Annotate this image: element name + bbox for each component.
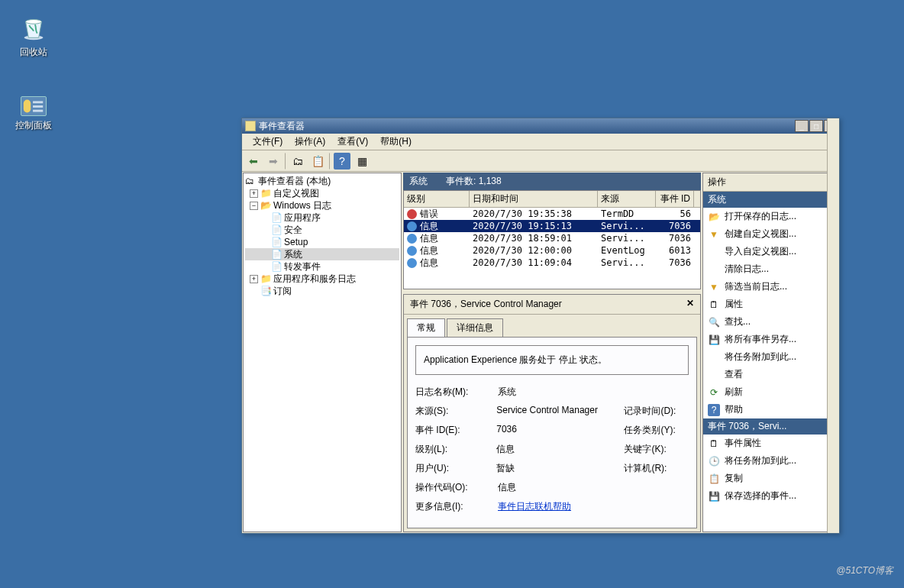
action-pane-button[interactable]: ▦ [354, 153, 370, 170]
navigation-tree[interactable]: 🗂事件查看器 (本地) +📁自定义视图 −📂Windows 日志 📄应用程序 📄… [243, 173, 402, 532]
action-help[interactable]: ?帮助▸ [703, 401, 838, 418]
level-icon [407, 234, 417, 244]
maximize-button[interactable]: □ [809, 120, 823, 132]
control-panel[interactable]: 控制面板 [8, 96, 60, 132]
col-level[interactable]: 级别 [404, 191, 470, 207]
list-columns[interactable]: 级别 日期和时间 来源 事件 ID [404, 191, 700, 208]
event-message: Application Experience 服务处于 停止 状态。 [415, 345, 689, 375]
detail-close-button[interactable]: ✕ [686, 298, 694, 311]
svg-rect-5 [33, 110, 43, 112]
refresh-icon: ⟳ [708, 386, 720, 399]
tab-panel-general: Application Experience 服务处于 停止 状态。 日志名称(… [407, 337, 697, 528]
tab-details[interactable]: 详细信息 [447, 318, 503, 338]
svg-rect-2 [24, 100, 31, 113]
actions-header: 操作 [703, 173, 838, 192]
action-copy[interactable]: 📋复制▸ [703, 470, 838, 487]
collapse-icon[interactable]: − [250, 202, 258, 210]
menubar: 文件(F) 操作(A) 查看(V) 帮助(H) [242, 134, 839, 150]
action-clear-log[interactable]: 清除日志... [703, 260, 838, 278]
menu-action[interactable]: 操作(A) [289, 134, 331, 150]
action-view[interactable]: 查看▸ [703, 366, 838, 383]
action-create-custom-view[interactable]: ▼创建自定义视图... [703, 225, 838, 243]
action-properties[interactable]: 🗒属性 [703, 296, 838, 313]
menu-help[interactable]: 帮助(H) [374, 134, 418, 150]
event-viewer-window: 事件查看器 _ □ ✕ 文件(F) 操作(A) 查看(V) 帮助(H) ⬅ ➡ … [241, 118, 840, 534]
list-title: 系统 [409, 175, 428, 188]
level-icon [407, 246, 417, 256]
properties-button[interactable]: 📋 [309, 153, 326, 170]
more-info-link[interactable]: 事件日志联机帮助 [498, 500, 571, 513]
eventviewer-icon: 🗂 [245, 176, 256, 186]
actions-section-system: 系统 [703, 192, 838, 208]
action-event-properties[interactable]: 🗒事件属性 [703, 435, 838, 452]
tree-application[interactable]: 📄应用程序 [245, 212, 399, 224]
import-icon [708, 246, 720, 258]
help-button[interactable]: ? [334, 153, 350, 170]
tree-custom-views[interactable]: +📁自定义视图 [245, 187, 399, 199]
expand-icon[interactable]: + [250, 189, 258, 198]
minimize-button[interactable]: _ [795, 120, 809, 132]
event-list[interactable]: 级别 日期和时间 来源 事件 ID 错误2020/7/30 19:35:38Te… [403, 190, 701, 289]
log-icon: 📄 [271, 249, 282, 260]
expand-icon[interactable]: + [250, 275, 258, 283]
app-icon [245, 121, 256, 131]
properties-icon: 🗒 [708, 299, 720, 311]
level-icon [407, 221, 417, 231]
folder-icon: 📂 [260, 200, 271, 211]
event-detail-pane: 事件 7036，Service Control Manager ✕ 常规 详细信… [403, 294, 701, 532]
col-datetime[interactable]: 日期和时间 [470, 191, 598, 207]
action-attach-task[interactable]: 将任务附加到此... [703, 348, 838, 366]
recycle-icon [18, 12, 49, 43]
save-icon: 💾 [708, 490, 720, 502]
action-find[interactable]: 🔍查找... [703, 313, 838, 331]
tab-general[interactable]: 常规 [407, 318, 445, 338]
help-icon: ? [708, 404, 720, 416]
watermark: @51CTO博客 [836, 564, 893, 577]
tree-setup[interactable]: 📄Setup [245, 236, 399, 248]
action-filter-current[interactable]: ▼筛选当前日志... [703, 278, 838, 296]
separator [285, 153, 286, 170]
menu-view[interactable]: 查看(V) [331, 134, 374, 150]
tree-forwarded[interactable]: 📄转发事件 [245, 260, 399, 273]
titlebar[interactable]: 事件查看器 _ □ ✕ [242, 118, 839, 134]
action-save-all[interactable]: 💾将所有事件另存... [703, 331, 838, 348]
action-open-saved[interactable]: 📂打开保存的日志... [703, 208, 838, 225]
filter-icon: ▼ [708, 228, 720, 241]
menu-file[interactable]: 文件(F) [247, 134, 289, 150]
log-icon: 📄 [271, 212, 282, 223]
back-button[interactable]: ⬅ [245, 153, 262, 170]
event-count: 事件数: 1,138 [446, 175, 502, 188]
folder-icon: 📁 [260, 188, 271, 199]
tree-security[interactable]: 📄安全 [245, 224, 399, 236]
properties-icon: 🗒 [708, 438, 720, 450]
action-save-selected[interactable]: 💾保存选择的事件... [703, 487, 838, 505]
tree-windows-logs[interactable]: −📂Windows 日志 [245, 199, 399, 212]
copy-icon: 📋 [708, 473, 720, 485]
find-icon: 🔍 [708, 316, 720, 328]
action-import-custom-view[interactable]: 导入自定义视图... [703, 243, 838, 260]
actions-pane: 操作 系统 📂打开保存的日志... ▼创建自定义视图... 导入自定义视图...… [702, 173, 838, 532]
tree-system[interactable]: 📄系统 [245, 248, 399, 260]
tree-app-service-logs[interactable]: +📁应用程序和服务日志 [245, 273, 399, 285]
separator [329, 153, 331, 170]
show-hide-button[interactable]: 🗂 [289, 153, 306, 170]
col-eventid[interactable]: 事件 ID [656, 191, 694, 207]
event-row[interactable]: 信息2020/7/30 11:09:04Servi...7036 [404, 257, 700, 269]
action-attach-task-event[interactable]: 🕒将任务附加到此... [703, 452, 838, 470]
filter-icon: ▼ [708, 281, 720, 293]
tree-subscriptions[interactable]: 📑订阅 [245, 285, 399, 297]
recycle-bin[interactable]: 回收站 [8, 12, 60, 59]
col-source[interactable]: 来源 [598, 191, 656, 207]
actions-section-event: 事件 7036，Servi... [703, 418, 838, 435]
recycle-label: 回收站 [8, 46, 60, 59]
tree-root[interactable]: 🗂事件查看器 (本地) [245, 175, 399, 187]
window-title: 事件查看器 [259, 120, 794, 133]
open-icon: 📂 [708, 211, 720, 223]
task-icon [708, 351, 720, 363]
level-icon [407, 258, 417, 268]
scrollbar[interactable] [827, 118, 839, 533]
list-header-bar: 系统 事件数: 1,138 [403, 173, 701, 190]
forward-button[interactable]: ➡ [265, 153, 282, 170]
action-refresh[interactable]: ⟳刷新 [703, 383, 838, 401]
clear-icon [708, 263, 720, 276]
